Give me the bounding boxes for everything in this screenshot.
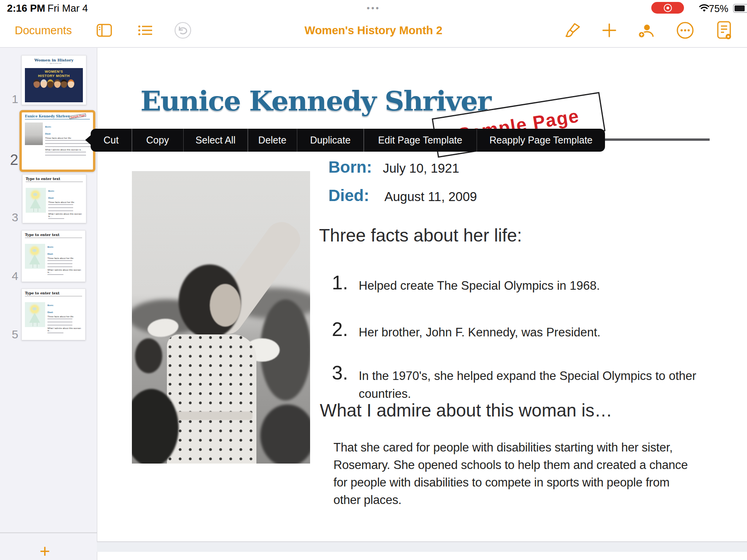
page-thumbnail-1[interactable]: Women in History # ! : Type to enter tex… — [21, 55, 86, 105]
thumb2-photo — [25, 122, 43, 145]
text-line-placeholder — [47, 318, 72, 327]
doodle-legs-icon — [33, 323, 37, 326]
add-page-button[interactable]: + — [40, 542, 50, 560]
thumb2-number: 2 — [4, 152, 18, 168]
thumb3-rule — [26, 182, 83, 182]
menu-item-duplicate[interactable]: Duplicate — [297, 129, 363, 152]
thumb3-born: Born: — [48, 190, 54, 192]
thumb5-died: Died: — [47, 311, 53, 313]
thumb5-number: 5 — [4, 328, 18, 341]
sidebar-footer-divider — [0, 532, 97, 533]
fact-2-text[interactable]: Her brother, John F. Kennedy, was Presid… — [359, 324, 701, 341]
born-value[interactable]: July 10, 1921 — [383, 161, 459, 176]
menu-item-cut[interactable]: Cut — [91, 129, 132, 152]
page-thumbnail-4[interactable]: Type to enter text Born: Died: Three fac… — [21, 230, 86, 282]
document-title[interactable]: Women's History Month 2 — [0, 24, 747, 37]
context-menu: Cut Copy Select All Delete Duplicate Edi… — [91, 129, 605, 152]
thumb2-admire: What I admire about this woman is… — [45, 149, 91, 151]
face-icon — [61, 79, 67, 88]
face-icon — [33, 79, 40, 88]
page-thumbnail-3[interactable]: Type to enter text Born: Died: Three fac… — [22, 174, 86, 223]
battery-icon — [733, 4, 747, 13]
thumb5-title: Type to enter text — [25, 291, 85, 295]
text-line-placeholder — [48, 218, 64, 221]
facts-heading[interactable]: Three facts about her life: — [319, 225, 522, 246]
thumb3-title: Type to enter text — [26, 177, 86, 181]
thumb4-rule — [25, 238, 82, 238]
doodle-head-icon — [31, 247, 39, 255]
text-line-placeholder — [47, 274, 63, 277]
thumb4-text: Born: Died: Three facts about her life: … — [47, 242, 83, 277]
thumb5-rule — [25, 296, 82, 296]
thumb5-admire: What I admire about this woman is… — [47, 327, 83, 332]
record-icon — [664, 4, 672, 12]
thumb2-rule — [25, 119, 90, 119]
thumb3-admire: What I admire about this woman is… — [48, 213, 84, 217]
text-line-placeholder — [47, 332, 63, 336]
thumb3-text: Born: Died: Three facts about her life: … — [48, 186, 84, 221]
thumb4-placeholder-figure — [25, 244, 45, 269]
insert-plus-icon[interactable] — [600, 23, 618, 38]
format-brush-icon[interactable] — [564, 23, 582, 38]
thumb4-admire: What I admire about this woman is… — [47, 269, 83, 273]
multitasking-dots-icon[interactable]: ••• — [0, 3, 747, 13]
photo-eunice-kennedy-shriver[interactable] — [132, 171, 310, 464]
thumb1-banner: WOMEN'S HISTORY MONTH — [25, 68, 83, 102]
fact-3-number: 3. — [332, 362, 348, 384]
pages-app-window: 2:16 PM Fri Mar 4 ••• 75% Documents — [0, 0, 747, 560]
more-ellipsis-icon[interactable] — [676, 23, 694, 38]
page-thumbnail-2-selected[interactable]: Eunice Kennedy Shriver Sample Page Born:… — [19, 110, 95, 172]
menu-item-copy[interactable]: Copy — [132, 129, 183, 152]
page-thumbnail-5[interactable]: Type to enter text Born: Died: Three fac… — [21, 289, 86, 340]
thumb4-number: 4 — [4, 270, 18, 283]
fact-3-text[interactable]: In the 1970's, she helped expand the Spe… — [359, 367, 697, 403]
admire-heading[interactable]: What I admire about this woman is… — [320, 400, 612, 421]
thumb5-text: Born: Died: Three facts about her life: … — [47, 301, 83, 336]
thumb5-facts: Three facts about her life: — [47, 315, 83, 318]
menu-item-select-all[interactable]: Select All — [184, 129, 247, 152]
text-line-placeholder — [47, 260, 72, 269]
battery-percent: 75% — [709, 3, 728, 14]
face-icon — [54, 79, 61, 88]
born-label: Born: — [328, 158, 372, 177]
face-icon — [47, 79, 54, 88]
text-line-placeholder — [45, 140, 91, 149]
screen-recording-indicator[interactable] — [651, 2, 684, 14]
thumb1-banner-line2: HISTORY MONTH — [25, 74, 83, 78]
text-line-placeholder — [48, 204, 73, 213]
doodle-head-icon — [31, 305, 39, 313]
menu-item-delete[interactable]: Delete — [248, 129, 297, 152]
page-view-icon[interactable] — [715, 23, 733, 38]
face-icon — [68, 79, 74, 88]
thumb3-died: Died: — [48, 197, 54, 199]
thumb1-subtitle: # ! : Type to enter text — [22, 62, 86, 64]
thumb2-born: Born: — [45, 126, 51, 128]
thumb3-number: 3 — [4, 211, 18, 224]
thumb1-faces — [25, 79, 83, 89]
collaborate-person-add-icon[interactable] — [637, 23, 655, 38]
died-label: Died: — [328, 186, 369, 205]
thumb4-died: Died: — [47, 253, 53, 255]
photo-face — [210, 284, 241, 327]
fact-1-number: 1. — [332, 271, 348, 294]
fact-1-text[interactable]: Helped create The Special Olympics in 19… — [359, 277, 701, 295]
document-page-title[interactable]: Eunice Kennedy Shriver — [140, 85, 491, 117]
menu-item-edit-page-template[interactable]: Edit Page Template — [364, 129, 477, 152]
died-value[interactable]: August 11, 2009 — [384, 189, 477, 204]
face-icon — [40, 79, 47, 88]
photo-dark-hair-left — [135, 338, 162, 373]
admire-paragraph[interactable]: That she cared for people with disabilit… — [333, 439, 691, 509]
menu-item-reapply-page-template[interactable]: Reapply Page Template — [477, 129, 605, 152]
page-gap — [97, 542, 747, 552]
thumb3-placeholder-figure — [26, 188, 46, 213]
thumb1-number: 1 — [4, 93, 18, 106]
thumb5-born: Born: — [47, 304, 54, 306]
doodle-legs-icon — [33, 264, 37, 268]
doodle-body-icon — [29, 313, 40, 323]
thumb1-banner-line1: WOMEN'S — [25, 70, 83, 74]
toolbar-divider — [0, 47, 747, 48]
thumb2-text: Born: Died: Three facts about her life: … — [45, 122, 91, 158]
thumb4-born: Born: — [47, 246, 54, 248]
thumb3-facts: Three facts about her life: — [48, 201, 84, 203]
thumb1-title: Women in History — [22, 58, 86, 62]
